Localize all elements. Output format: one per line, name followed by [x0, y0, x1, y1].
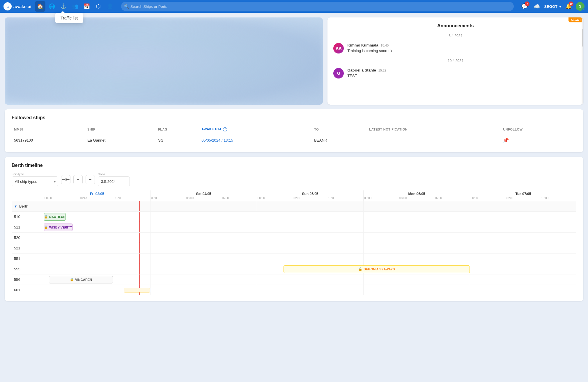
- nav-users-btn[interactable]: 👤: [105, 1, 115, 12]
- ship-type-control: Ship type All ship types Cargo Tanker Pa…: [12, 173, 58, 186]
- berth-520-label: 520: [12, 235, 44, 240]
- grid-cell: [363, 285, 470, 295]
- day-header-fri: Fri 03/05 00:00 10:43 16:00: [44, 190, 150, 201]
- announcements-panel: SEGOT Announcements 8.4.2024 KK Kimmo Ku…: [327, 17, 583, 105]
- berth-chevron[interactable]: ▼: [14, 204, 17, 208]
- messages-btn[interactable]: 💬 7: [520, 1, 529, 11]
- lock-icon: 🔒: [358, 267, 362, 271]
- ship-block-begonia[interactable]: 🔒 BEGONIA SEAWAYS: [284, 265, 470, 273]
- grid-row: [44, 212, 576, 222]
- now-line: [139, 243, 140, 253]
- user-menu-btn[interactable]: SEGOT ▾: [544, 4, 561, 9]
- grid-cell: [257, 212, 363, 222]
- nav-home-btn[interactable]: 🏠: [35, 1, 45, 12]
- grid-cell: [44, 264, 150, 274]
- ann-name-1: Kimmo Kummala: [347, 43, 378, 47]
- berth-555-area: 🔒 BEGONIA SEAWAYS: [44, 264, 576, 274]
- grid-row: [44, 254, 576, 264]
- grid-cell: [470, 222, 576, 232]
- lock-icon: 🔒: [44, 225, 48, 229]
- berth-row-511: 511 🔒 WISBY VERITY: [12, 222, 576, 233]
- unfollow-icon[interactable]: 📌: [503, 138, 509, 143]
- ann-avatar-gabriella: G: [333, 68, 344, 78]
- grid-cell: [150, 254, 257, 264]
- messages-badge: 7: [525, 1, 529, 6]
- ship-block-wisby[interactable]: 🔒 WISBY VERITY: [44, 224, 72, 231]
- ship-block-601[interactable]: [124, 288, 150, 292]
- grid-cell: [470, 264, 576, 274]
- berth-521-label: 521: [12, 246, 44, 250]
- lock-icon: 🔒: [70, 278, 74, 281]
- grid-cell: [363, 243, 470, 253]
- map-panel[interactable]: [5, 17, 323, 105]
- eta-info-icon[interactable]: i: [223, 127, 227, 131]
- berth-row-521: 521: [12, 243, 576, 254]
- reset-btn[interactable]: ⊣⊢: [61, 175, 70, 184]
- berth-510-label: 510: [12, 215, 44, 219]
- goto-control: Go to: [98, 173, 130, 186]
- berth-556-label: 556: [12, 277, 44, 282]
- eta-link[interactable]: 05/05/2024 / 13:15: [201, 138, 233, 142]
- goto-input[interactable]: [98, 176, 130, 186]
- announcements-scrollbar[interactable]: [582, 17, 583, 105]
- col-to: TO: [312, 125, 367, 134]
- cell-unfollow[interactable]: 📌: [501, 134, 576, 147]
- berth-555-label: 555: [12, 267, 44, 271]
- ship-name-wisby: WISBY VERITY: [49, 226, 72, 229]
- berth-row-555: 555 🔒 BEGONIA SEAWAYS: [12, 264, 576, 274]
- search-area: 🔍: [121, 2, 514, 11]
- top-row: SEGOT Announcements 8.4.2024 KK Kimmo Ku…: [5, 17, 583, 105]
- cloud-btn[interactable]: ☁️: [532, 1, 542, 11]
- main-content: SEGOT Announcements 8.4.2024 KK Kimmo Ku…: [0, 13, 588, 306]
- ship-name-vingaren: VINGAREN: [75, 278, 92, 281]
- col-mmsi: MMSI: [12, 125, 85, 134]
- grid-cell: [470, 243, 576, 253]
- grid-cell: [470, 233, 576, 243]
- nav-people-btn[interactable]: 👥: [70, 1, 80, 12]
- ship-block-vingaren[interactable]: 🔒 VINGAREN: [49, 276, 113, 283]
- nav-ship-btn[interactable]: ⚓: [58, 1, 69, 12]
- avatar[interactable]: S: [576, 2, 585, 11]
- berth-601-label: 601: [12, 288, 44, 292]
- logo[interactable]: a awake.ai: [3, 2, 31, 10]
- day-label-tue: Tue 07/05: [516, 192, 531, 196]
- grid-cell: [150, 201, 257, 211]
- ship-type-select-wrap: All ship types Cargo Tanker Passenger: [12, 176, 58, 186]
- day-header-tue: Tue 07/05 00:00 08:00 16:00: [470, 190, 576, 201]
- grid-row: [44, 222, 576, 232]
- now-line: [139, 212, 140, 222]
- nav-network-btn[interactable]: ⬡: [93, 1, 104, 12]
- user-dropdown-icon: ▾: [559, 4, 561, 9]
- grid-cell: [363, 254, 470, 264]
- ship-block-nautilus[interactable]: 🔒 NAUTILUS: [44, 213, 66, 221]
- col-eta[interactable]: AWAKE ETA i: [199, 125, 312, 134]
- berth-timeline-title: Berth timeline: [12, 163, 576, 168]
- date-divider-2: 10.4.2024: [327, 56, 583, 65]
- top-nav: a awake.ai 🏠 🌐 ⚓ 👥 📅 ⬡ 👤 🔍 💬 7 ☁️ SEGOT …: [0, 0, 588, 13]
- segot-badge: SEGOT: [568, 17, 583, 22]
- map-blur: [5, 17, 323, 105]
- nav-calendar-btn[interactable]: 📅: [82, 1, 92, 12]
- nav-globe-btn[interactable]: 🌐: [47, 1, 57, 12]
- ship-type-select[interactable]: All ship types Cargo Tanker Passenger: [12, 176, 58, 186]
- grid-cell: [257, 233, 363, 243]
- grid-cell: [150, 285, 257, 295]
- cell-mmsi: 563179100: [12, 134, 85, 147]
- days-header: Fri 03/05 00:00 10:43 16:00 Sat 04/05 00…: [44, 190, 576, 201]
- grid-row: [44, 233, 576, 243]
- timeline-header: Fri 03/05 00:00 10:43 16:00 Sat 04/05 00…: [12, 190, 576, 201]
- notifications-btn[interactable]: 🔔 30: [564, 1, 573, 11]
- berth-520-area: [44, 233, 576, 243]
- now-line: [139, 233, 140, 243]
- grid-cell: [44, 233, 150, 243]
- zoom-out-btn[interactable]: −: [86, 175, 95, 184]
- grid-cell: [44, 254, 150, 264]
- search-input[interactable]: [121, 2, 514, 11]
- ann-content-2: Gabriella Stähle 15:22 TEST: [347, 68, 386, 78]
- cell-eta[interactable]: 05/05/2024 / 13:15: [199, 134, 312, 147]
- followed-ships-table: MMSI SHIP FLAG AWAKE ETA i TO LATEST NOT…: [12, 125, 576, 147]
- zoom-in-btn[interactable]: ＋: [73, 175, 83, 184]
- scrollbar-thumb: [582, 29, 583, 47]
- ship-name-begonia: BEGONIA SEAWAYS: [364, 267, 395, 271]
- grid-cell: [363, 212, 470, 222]
